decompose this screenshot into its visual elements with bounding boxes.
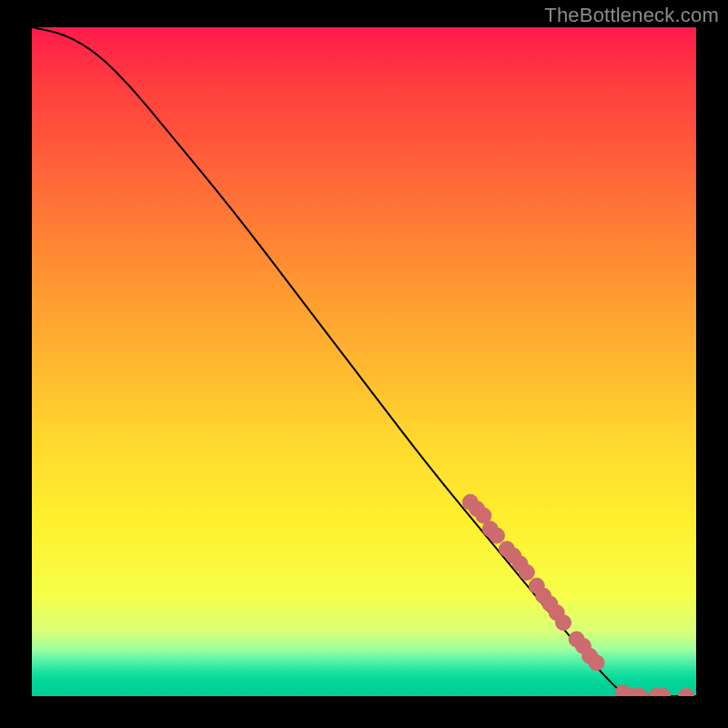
watermark-text: TheBottleneck.com (544, 4, 719, 27)
highlight-dot (589, 655, 604, 671)
chart-overlay (32, 27, 696, 696)
highlight-dot (556, 615, 571, 631)
highlight-dot (679, 689, 694, 697)
highlight-dots (462, 494, 693, 696)
highlight-dot (490, 528, 505, 543)
highlight-dot (519, 565, 534, 581)
plot-area (32, 27, 696, 696)
chart-stage: TheBottleneck.com (0, 0, 728, 728)
bottleneck-curve (32, 27, 696, 696)
